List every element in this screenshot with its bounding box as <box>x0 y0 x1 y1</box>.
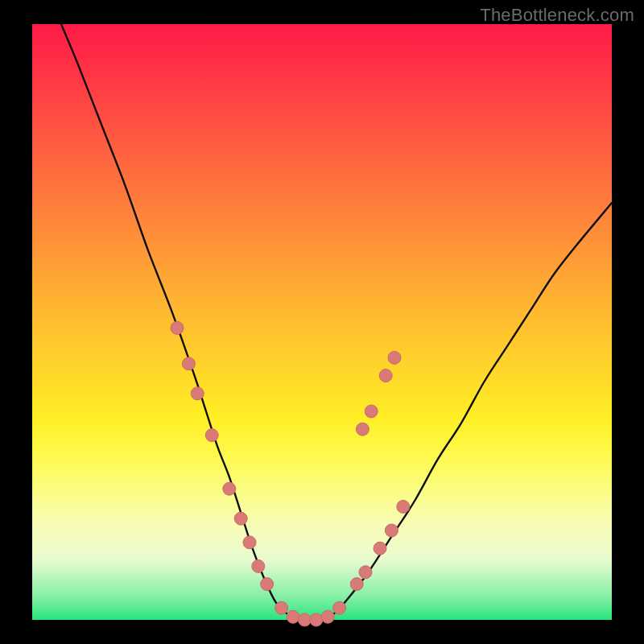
curve-marker <box>379 369 392 382</box>
curve-marker <box>182 357 195 370</box>
curve-marker <box>356 423 369 436</box>
curve-marker <box>385 524 398 537</box>
curve-markers <box>171 321 410 626</box>
curve-marker <box>298 613 311 626</box>
curve-marker <box>287 610 299 623</box>
bottleneck-curve <box>61 24 612 621</box>
plot-area <box>32 24 612 620</box>
curve-marker <box>205 429 218 442</box>
curve-marker <box>223 482 236 495</box>
curve-marker <box>365 405 378 418</box>
curve-marker <box>397 500 410 513</box>
curve-marker <box>321 610 334 623</box>
curve-layer <box>32 24 612 620</box>
curve-marker <box>243 536 256 549</box>
curve-marker <box>310 613 323 626</box>
curve-marker <box>234 512 247 525</box>
watermark-text: TheBottleneck.com <box>480 5 634 26</box>
curve-marker <box>171 321 184 334</box>
curve-marker <box>333 601 346 614</box>
curve-marker <box>374 542 386 555</box>
curve-marker <box>350 578 363 591</box>
curve-marker <box>191 387 204 400</box>
curve-marker <box>261 578 274 591</box>
curve-marker <box>252 559 265 572</box>
curve-marker <box>359 566 372 579</box>
curve-marker <box>388 351 401 364</box>
curve-marker <box>275 601 288 614</box>
chart-frame: TheBottleneck.com <box>0 0 644 644</box>
